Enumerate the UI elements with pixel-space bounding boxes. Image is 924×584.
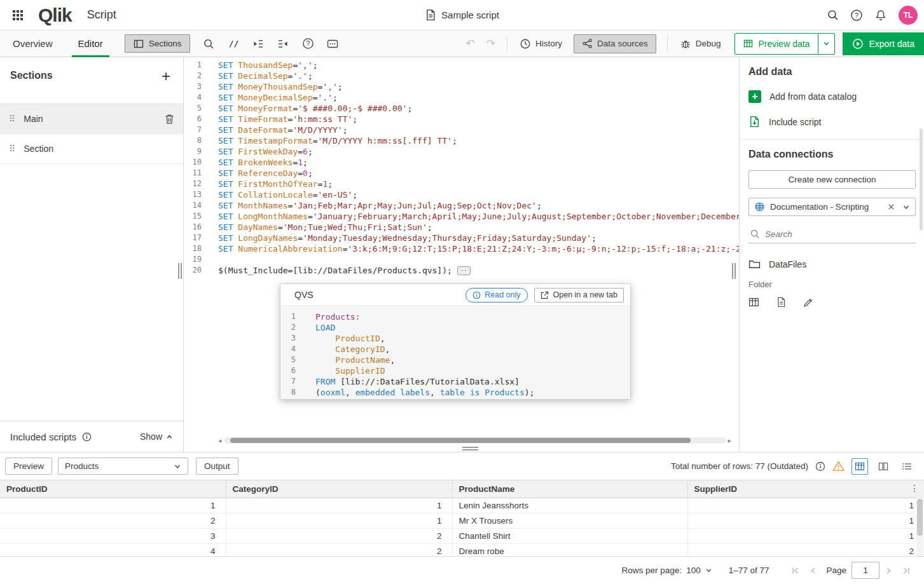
connection-item-datafiles[interactable]: DataFiles [748,259,915,269]
column-header-productname[interactable]: ProductName [452,480,687,498]
sidebar-section-main[interactable]: ⠿Main [0,104,183,134]
code-line[interactable]: 8(ooxml, embedded labels, table is Produ… [280,387,630,398]
table-row[interactable]: 42Dream robe2 [0,543,924,557]
show-included-scripts-button[interactable]: Show [140,431,173,442]
code-line[interactable]: 7FROM [lib://:DataFiles/TutorialData.xls… [280,376,630,387]
app-launcher-button[interactable] [8,5,28,25]
scrollbar-thumb[interactable] [917,499,923,536]
table-scrollbar[interactable]: ▼ [916,498,923,564]
info-icon[interactable] [82,432,92,442]
code-line[interactable]: 12SET FirstMonthOfYear=1; [184,179,739,189]
notifications-button[interactable] [871,5,891,25]
table-view-button[interactable] [852,458,868,475]
preview-data-menu-button[interactable] [818,33,835,55]
code-line[interactable]: 15SET LongMonthNames='January;February;M… [184,211,739,222]
global-search-button[interactable] [822,5,843,25]
code-line[interactable]: 3SET MoneyThousandSep=','; [184,81,739,92]
list-view-button[interactable] [899,458,915,475]
table-select[interactable]: Products [58,458,188,475]
info-icon[interactable] [815,461,825,472]
code-line[interactable]: 6 SupplierID [280,365,630,376]
connection-select[interactable]: Documentation - Scripting [748,198,916,216]
table-row[interactable]: 32Chantell Shirt1 [0,528,924,543]
scrollbar-thumb[interactable] [230,438,690,443]
code-line[interactable]: 3 ProductID, [280,333,630,344]
scroll-left-arrow[interactable]: ◀ [218,438,221,443]
chevron-down-icon[interactable] [902,203,910,211]
data-sources-toggle-button[interactable]: Data sources [574,34,656,53]
document-title[interactable]: Sample script [441,10,499,20]
previous-page-button[interactable] [809,566,818,575]
page-number-input[interactable] [852,562,879,579]
preview-resize-handle[interactable] [462,447,478,451]
code-line[interactable]: 19 [184,254,739,265]
table-menu-button[interactable]: ⋮ [910,484,919,492]
insert-script-button[interactable] [776,297,786,308]
edit-connection-button[interactable] [803,297,813,308]
panel-resize-handle[interactable] [732,263,736,279]
history-button[interactable]: History [513,34,569,53]
help-button[interactable]: ? [846,5,867,25]
sections-toggle-button[interactable]: Sections [125,34,191,53]
preview-data-button[interactable]: Preview data [734,33,818,55]
delete-section-icon[interactable] [165,114,174,125]
rows-per-page-select[interactable]: Rows per page: 100 [622,566,712,575]
horizontal-scrollbar[interactable]: ◀ ▶ [218,437,731,444]
search-input[interactable] [765,229,914,239]
code-line[interactable]: 4SET MoneyDecimalSep='.'; [184,92,739,103]
column-header-productid[interactable]: ProductID [0,480,226,498]
export-data-button[interactable]: Export data [843,32,924,55]
preview-mode-button[interactable]: Preview [5,458,52,475]
card-view-button[interactable] [875,458,892,475]
tab-overview[interactable]: Overview [0,31,66,57]
code-line[interactable]: 13SET CollationLocale='en-US'; [184,189,739,200]
indent-button[interactable] [250,36,266,52]
code-line[interactable]: 17SET LongDayNames='Monday;Tuesday;Wedne… [184,233,739,243]
code-line[interactable]: 1Products: [280,311,630,322]
syntax-help-button[interactable]: ? [300,36,316,52]
scroll-right-arrow[interactable]: ▶ [728,438,731,443]
include-script-button[interactable]: Include script [748,116,915,128]
script-editor[interactable]: 1SET ThousandSep=',';2SET DecimalSep='.'… [184,57,739,452]
code-line[interactable]: 2SET DecimalSep='.'; [184,71,739,81]
hints-button[interactable] [324,36,341,52]
code-line[interactable]: 14SET MonthNames='Jan;Feb;Mar;Apr;May;Ju… [184,200,739,211]
code-line[interactable]: 16SET DayNames='Mon;Tue;Wed;Thu;Fri;Sat;… [184,222,739,233]
avatar[interactable]: TL [899,6,918,25]
code-line[interactable]: 4 CategoryID, [280,344,630,355]
find-replace-button[interactable] [200,36,217,52]
code-area[interactable]: 1SET ThousandSep=',';2SET DecimalSep='.'… [184,60,739,276]
next-page-button[interactable] [884,566,893,575]
clear-connection-button[interactable] [888,203,895,210]
code-line[interactable]: 5 ProductName, [280,355,630,365]
code-line[interactable]: 18SET NumericalAbbreviation='3:k;6:M;9:G… [184,243,739,254]
tab-editor[interactable]: Editor [66,31,116,57]
debug-button[interactable]: Debug [673,34,727,53]
column-header-categoryid[interactable]: CategoryID [226,480,452,498]
outdent-button[interactable] [275,36,291,52]
sidebar-resize-handle[interactable] [178,263,182,279]
drag-handle-icon[interactable]: ⠿ [9,144,15,154]
code-line[interactable]: 9SET FirstWeekDay=6; [184,146,739,157]
panel-scrollbar[interactable] [920,128,923,230]
sidebar-section-section[interactable]: ⠿Section [0,134,183,164]
table-row[interactable]: 21Mr X Trousers1 [0,513,924,528]
code-line[interactable]: 1SET ThousandSep=','; [184,60,739,71]
code-line[interactable]: 6SET TimeFormat='h:mm:ss TT'; [184,114,739,125]
code-line[interactable]: 5SET MoneyFormat='$ ###0.00;-$ ###0.00'; [184,103,739,114]
code-line[interactable]: 2LOAD [280,322,630,333]
drag-handle-icon[interactable]: ⠿ [9,114,15,124]
add-section-button[interactable]: + [162,70,170,83]
undo-button[interactable]: ↶ [466,38,475,49]
code-line[interactable]: 8SET TimestampFormat='M/D/YYYY h:mm:ss[.… [184,135,739,146]
add-from-catalog-button[interactable]: + Add from data catalog [748,90,915,103]
comment-button[interactable]: // [225,36,242,52]
code-line[interactable]: 7SET DateFormat='M/D/YYYY'; [184,125,739,135]
last-page-button[interactable] [902,566,911,575]
table-row[interactable]: 11Lenin Jeansshorts1 [0,498,924,513]
first-page-button[interactable] [791,566,800,575]
redo-button[interactable]: ↷ [486,38,495,49]
select-data-button[interactable] [748,297,759,308]
code-line[interactable]: 10SET BrokenWeeks=1; [184,157,739,168]
create-connection-button[interactable]: Create new connection [748,170,916,189]
